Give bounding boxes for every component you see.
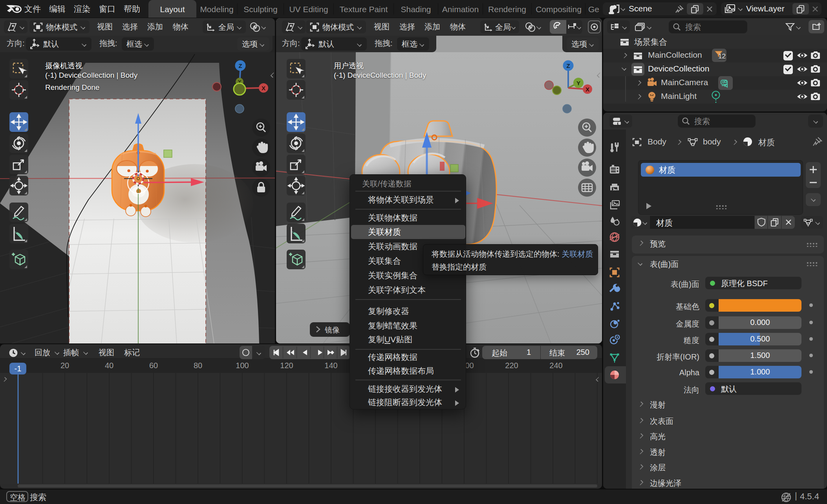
svg-text:Y: Y	[576, 80, 580, 86]
svg-text:X: X	[262, 85, 265, 91]
svg-text:X: X	[585, 86, 589, 93]
svg-text:Z: Z	[566, 62, 570, 69]
svg-text:Z: Z	[238, 62, 242, 69]
svg-text:镜像: 镜像	[325, 326, 340, 334]
